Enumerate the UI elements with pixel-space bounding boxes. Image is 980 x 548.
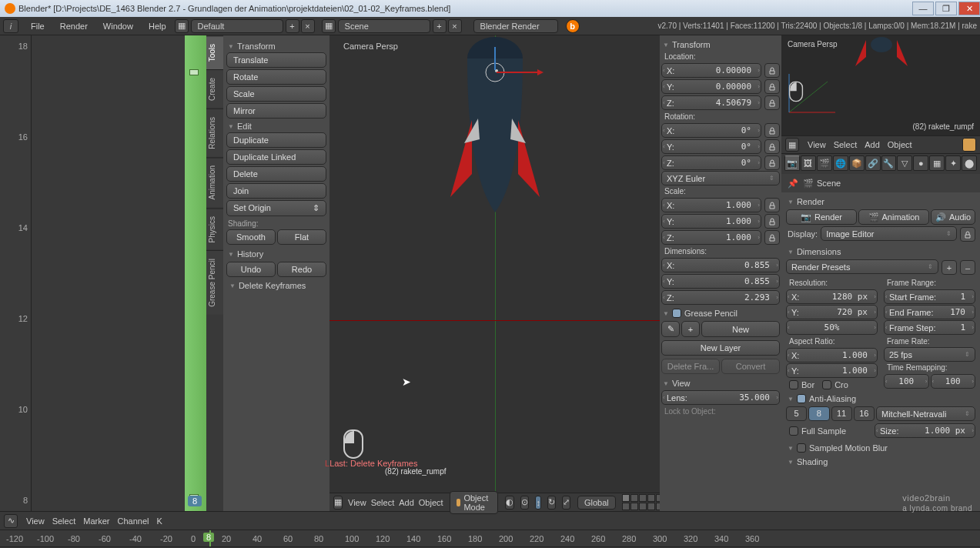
tab-grease-pencil[interactable]: Grease Pencil [206,250,223,315]
smooth-button[interactable]: Smooth [226,229,276,245]
redo-button[interactable]: Redo [277,262,326,277]
display-select[interactable]: Image Editor [821,226,957,241]
remap-old-field[interactable]: 100 [884,374,929,389]
frame-step-field[interactable]: Frame Step:1 [884,320,975,335]
pivot-icon[interactable]: ⊙ [520,496,529,510]
scale-z-field[interactable]: Z:1.000 [661,230,761,245]
tab-physics[interactable]: Physics [206,208,223,250]
join-button[interactable]: Join [226,183,326,199]
duplicate-linked-button[interactable]: Duplicate Linked [226,149,326,165]
render-button[interactable]: 📷Render [786,209,857,225]
material-tab-icon[interactable]: ● [913,155,928,171]
render-layers-tab-icon[interactable]: 🖼 [801,155,816,171]
ds-menu-key[interactable]: K [156,516,162,526]
rotate-button[interactable]: Rotate [226,69,326,85]
editor-type-icon[interactable]: ∿ [4,514,18,528]
ar-y-field[interactable]: Y:1.000 [786,363,878,378]
delete-button[interactable]: Delete [226,166,326,182]
modifiers-tab-icon[interactable]: 🔧 [881,155,897,171]
motion-blur-header[interactable]: Sampled Motion Blur [786,440,975,454]
dim-y-field[interactable]: Y:0.855 [661,274,780,289]
crop-checkbox[interactable]: Cro [819,379,851,391]
end-frame-field[interactable]: End Frame:170 [884,305,975,319]
scene-name[interactable]: Scene [817,179,841,188]
manipulator-scale-icon[interactable]: ⤢ [562,496,570,510]
dim-x-field[interactable]: X:0.855 [661,258,780,272]
rotation-y-field[interactable]: Y:0° [661,139,761,154]
flat-button[interactable]: Flat [277,229,326,245]
keyframe-marker[interactable] [189,69,199,75]
lock-icon[interactable] [764,79,780,94]
menu-add[interactable]: Add [399,498,414,507]
lock-icon[interactable] [764,95,780,110]
tab-create[interactable]: Create [206,69,223,109]
rotation-x-field[interactable]: X:0° [661,123,761,138]
object-tab-icon[interactable]: 📦 [849,155,865,171]
border-checkbox[interactable]: Bor [786,379,818,391]
set-origin-select[interactable]: Set Origin⇕ [226,200,326,216]
menu-render[interactable]: Render [60,22,88,31]
render-presets-select[interactable]: Render Presets [786,259,938,274]
transform-panel-header[interactable]: Transform [661,37,780,51]
scene-tab-icon[interactable]: 🎬 [817,155,832,171]
screen-layout-select[interactable]: Default [191,19,283,33]
ar-x-field[interactable]: X:1.000 [786,348,878,363]
location-x-field[interactable]: X:0.00000 [661,63,761,78]
3d-viewport[interactable]: Camera Persp ➤ LLast: Delete Keyframes (… [329,35,660,511]
res-y-field[interactable]: Y:720 px [786,305,878,319]
scene-add-button[interactable]: + [433,19,447,33]
location-z-field[interactable]: Z:4.50679 [661,95,761,110]
layout-remove-button[interactable]: × [301,19,315,33]
full-sample-checkbox[interactable]: Full Sample [786,423,873,439]
aa-5-button[interactable]: 5 [786,406,807,421]
shading-header[interactable]: Shading [786,454,975,468]
aa-11-button[interactable]: 11 [831,406,852,421]
aa-8-button[interactable]: 8 [808,406,829,421]
render-engine-select[interactable]: Blender Render [473,19,558,33]
aa-size-field[interactable]: Size:1.000 px [875,423,975,438]
res-pct-field[interactable]: 50% [786,320,878,335]
menu-help[interactable]: Help [149,22,166,31]
rotation-mode-select[interactable]: XYZ Euler [661,171,780,185]
ds-menu-select[interactable]: Select [52,516,76,526]
scene-remove-button[interactable]: × [448,19,462,33]
texture-tab-icon[interactable]: ▦ [929,155,945,171]
timeline-ruler[interactable]: 8 -120-100-80-60-40-20020406080100120140… [0,530,980,546]
gp-new-button[interactable]: New [701,321,780,337]
mini-menu-select[interactable]: Select [834,140,858,149]
render-tab-icon[interactable]: 📷 [784,155,800,171]
scene-select[interactable]: Scene [338,19,430,33]
antialiasing-header[interactable]: Anti-Aliasing [786,391,975,405]
preset-remove-button[interactable]: – [960,260,975,275]
lock-icon[interactable] [764,214,780,229]
tab-relations[interactable]: Relations [206,109,223,157]
duplicate-button[interactable]: Duplicate [226,132,326,148]
grease-pencil-header[interactable]: Grease Pencil [661,306,780,319]
mini-menu-add[interactable]: Add [865,140,880,149]
last-operator-panel[interactable]: Delete Keyframes [226,279,326,292]
dopesheet-canvas[interactable] [31,35,185,511]
rotation-z-field[interactable]: Z:0° [661,155,761,170]
scene-selector-icon[interactable]: ▦ [322,19,336,33]
tab-tools[interactable]: Tools [206,35,223,69]
menu-select[interactable]: Select [371,498,395,507]
world-tab-icon[interactable]: 🌐 [833,155,848,171]
dimensions-section-header[interactable]: Dimensions [786,244,975,258]
ds-menu-view[interactable]: View [26,516,45,526]
lock-icon[interactable] [764,63,780,78]
shading-mode-icon[interactable]: ◐ [505,496,514,510]
manipulator-rotate-icon[interactable]: ↻ [547,496,556,510]
menu-view[interactable]: View [348,498,366,507]
gp-new-layer-button[interactable]: New Layer [661,340,780,356]
view-panel-header[interactable]: View [661,376,780,389]
preset-add-button[interactable]: + [942,260,957,275]
ds-menu-marker[interactable]: Marker [83,516,109,526]
aa-16-button[interactable]: 16 [854,406,875,421]
minimize-button[interactable]: — [912,2,934,15]
animation-button[interactable]: 🎬Animation [858,209,929,225]
physics-tab-icon[interactable]: ⬤ [962,155,977,171]
undo-button[interactable]: Undo [226,262,276,277]
start-frame-field[interactable]: Start Frame:1 [884,289,975,304]
manipulator-translate-icon[interactable]: ↕ [535,496,541,510]
render-section-header[interactable]: Render [786,194,975,208]
